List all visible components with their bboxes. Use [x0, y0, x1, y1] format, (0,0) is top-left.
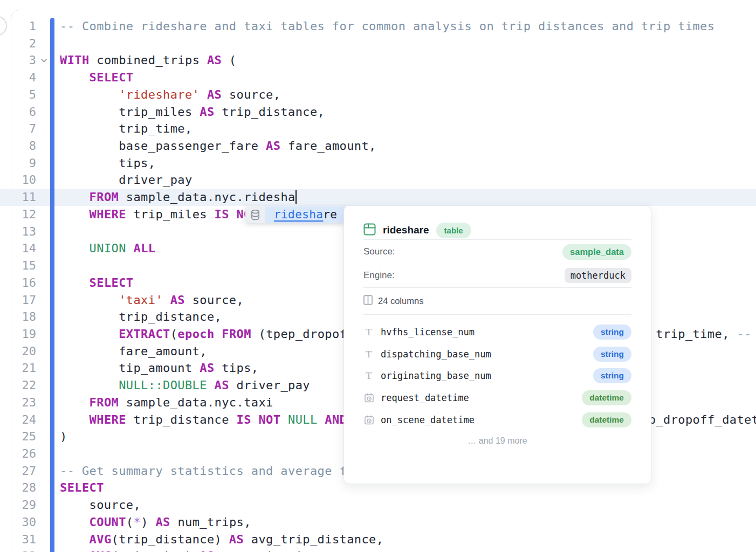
- code-text: -- Combine rideshare and taxi tables for…: [60, 18, 714, 35]
- popup-kv-rows: Source:sample_dataEngine:motherduck: [363, 240, 631, 287]
- code-line[interactable]: 5 'rideshare' AS source,: [0, 86, 756, 104]
- code-text: AVG(trip_distance) AS avg_trip_distance,: [60, 531, 383, 548]
- text-type-icon: T: [363, 349, 374, 360]
- line-number: 8: [0, 137, 36, 155]
- column-name: hvfhs_license_num: [381, 327, 593, 337]
- popup-header: rideshare table: [363, 221, 631, 239]
- line-number: 13: [0, 223, 36, 240]
- code-text: ): [60, 428, 67, 445]
- code-line[interactable]: 9 tips,: [0, 155, 756, 172]
- code-line[interactable]: 11 FROM sample_data.nyc.ridesha: [0, 189, 756, 206]
- code-line[interactable]: 10 driver_pay: [0, 171, 756, 189]
- line-number: 15: [0, 257, 36, 274]
- line-number: 5: [0, 86, 36, 104]
- columns-icon: [363, 295, 373, 307]
- code-text: UNION ALL: [60, 240, 155, 257]
- table-icon: [363, 223, 376, 238]
- code-line[interactable]: 8 base_passenger_fare AS fare_amount,: [0, 137, 756, 155]
- code-line[interactable]: 6 trip_miles AS trip_distance,: [0, 104, 756, 121]
- code-text: FROM sample_data.nyc.taxi: [60, 394, 273, 411]
- columns-count-label: 24 columns: [378, 296, 423, 306]
- text-type-icon: T: [363, 327, 374, 337]
- autocomplete-match-text: ridesha: [274, 206, 323, 223]
- code-line[interactable]: 2: [0, 35, 756, 52]
- code-line[interactable]: 7 trip_time,: [0, 120, 756, 137]
- code-line[interactable]: 32 AVG(trip_time) AS avg_trip_time,: [0, 548, 756, 552]
- code-line[interactable]: 3WITH combined_trips AS (: [0, 52, 756, 69]
- line-number: 26: [0, 445, 36, 463]
- source-badge: sample_data: [562, 244, 631, 260]
- string-type-badge: string: [593, 368, 631, 383]
- string-type-badge: string: [593, 347, 631, 362]
- line-number: 28: [0, 479, 36, 496]
- table-info-popup: rideshare table Source:sample_dataEngine…: [343, 205, 651, 484]
- columns-list: Thvfhs_license_numstringTdispatching_bas…: [363, 315, 631, 431]
- line-number: 2: [0, 35, 36, 52]
- line-number: 10: [0, 171, 36, 189]
- line-number: 19: [0, 326, 36, 343]
- code-text: trip_time,: [60, 120, 193, 137]
- datetime-type-badge: datetime: [582, 412, 631, 427]
- datetime-type-badge: datetime: [582, 390, 631, 405]
- code-text: driver_pay: [60, 171, 193, 189]
- type-badge: table: [436, 223, 471, 238]
- code-text: 'taxi' AS source,: [60, 292, 244, 309]
- line-number: 18: [0, 308, 36, 326]
- line-number: 9: [0, 155, 36, 172]
- line-number: 20: [0, 343, 36, 360]
- text-cursor: [295, 190, 297, 204]
- text-type-icon: T: [363, 370, 374, 381]
- line-number: 29: [0, 496, 36, 514]
- code-text: source,: [60, 496, 141, 514]
- code-text: SELECT: [60, 69, 133, 86]
- line-number: 12: [0, 206, 36, 223]
- code-text: FROM sample_data.nyc.ridesha: [60, 189, 297, 206]
- column-name: request_datetime: [381, 392, 582, 403]
- code-text: fare_amount,: [60, 343, 207, 360]
- popup-kv-row: Source:sample_data: [363, 240, 631, 264]
- datetime-type-icon: [363, 415, 374, 425]
- datetime-type-icon: [363, 393, 374, 403]
- code-text: WITH combined_trips AS (: [60, 52, 237, 69]
- code-line[interactable]: 1-- Combine rideshare and taxi tables fo…: [0, 18, 756, 35]
- line-number: 14: [0, 240, 36, 257]
- column-row: Tdispatching_base_numstring: [363, 343, 631, 365]
- line-number: 25: [0, 428, 36, 445]
- column-row: Thvfhs_license_numstring: [363, 321, 631, 343]
- line-number: 31: [0, 531, 36, 548]
- code-text: base_passenger_fare AS fare_amount,: [60, 137, 376, 155]
- code-text: SELECT: [60, 479, 104, 496]
- line-number: 30: [0, 514, 36, 531]
- line-number: 21: [0, 360, 36, 377]
- autocomplete-item[interactable]: rideshare: [245, 206, 347, 223]
- code-text: 'rideshare' AS source,: [60, 86, 280, 104]
- line-number: 27: [0, 463, 36, 480]
- code-text: NULL::DOUBLE AS driver_pay: [60, 377, 310, 394]
- code-line[interactable]: 29 source,: [0, 496, 756, 514]
- autocomplete-suggestion[interactable]: rideshare: [265, 206, 347, 223]
- line-number: 22: [0, 377, 36, 394]
- column-row: request_datetimedatetime: [363, 387, 631, 409]
- line-number: 1: [0, 18, 36, 35]
- line-number: 17: [0, 292, 36, 309]
- popup-title: rideshare: [383, 224, 429, 236]
- columns-count-row: 24 columns: [363, 288, 631, 314]
- line-number: 6: [0, 104, 36, 121]
- column-row: Toriginating_base_numstring: [363, 365, 631, 387]
- more-columns-label: … and 19 more: [363, 436, 631, 446]
- code-text: trip_miles AS trip_distance,: [60, 104, 325, 121]
- autocomplete-rest-text: re: [323, 206, 337, 223]
- string-type-badge: string: [593, 325, 631, 340]
- line-number: 4: [0, 69, 36, 86]
- code-text: AVG(trip_time) AS avg_trip_time,: [60, 548, 325, 552]
- code-text: trip_distance,: [60, 308, 222, 326]
- line-number: 24: [0, 411, 36, 429]
- code-text: tips,: [60, 155, 155, 172]
- engine-badge: motherduck: [565, 268, 631, 283]
- code-line[interactable]: 4 SELECT: [0, 69, 756, 86]
- code-line[interactable]: 30 COUNT(*) AS num_trips,: [0, 514, 756, 531]
- popup-kv-row: Engine:motherduck: [363, 264, 631, 287]
- line-number: 32: [0, 548, 36, 552]
- fold-chevron-icon[interactable]: [39, 52, 49, 69]
- code-line[interactable]: 31 AVG(trip_distance) AS avg_trip_distan…: [0, 531, 756, 548]
